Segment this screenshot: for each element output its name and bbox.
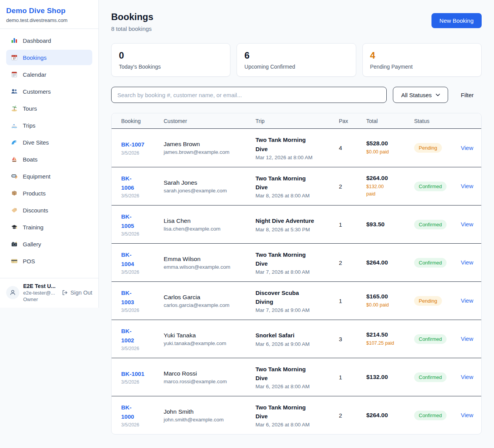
paid-amount: $107.25 paid xyxy=(366,340,414,347)
new-booking-button[interactable]: New Booking xyxy=(431,13,482,28)
view-link[interactable]: View xyxy=(461,374,473,380)
sidebar-item-equipment[interactable]: Equipment xyxy=(6,168,92,184)
stat-card-upcoming-confirmed: 6 Upcoming Confirmed xyxy=(237,43,356,77)
customer-name: John Smith xyxy=(164,408,255,415)
dashboard-icon xyxy=(11,37,18,44)
table-row: BK- 1000 3/5/2026 John Smith john.smith@… xyxy=(112,396,481,434)
sidebar-nav: Dashboard 17 Bookings Calendar Customers… xyxy=(0,29,98,278)
stat-value: 0 xyxy=(119,50,223,61)
view-link[interactable]: View xyxy=(461,412,473,418)
view-link[interactable]: View xyxy=(461,183,473,189)
trip-datetime: Mar 8, 2026 at 8:00 AM xyxy=(255,193,339,199)
booking-id-link[interactable]: BK- 1000 xyxy=(121,403,134,421)
sidebar-item-gallery[interactable]: Gallery xyxy=(6,236,92,252)
trip-name: Two Tank Morning Dive xyxy=(255,174,339,192)
view-link[interactable]: View xyxy=(461,297,473,304)
customer-name: Emma Wilson xyxy=(164,256,255,263)
trip-name: Two Tank Morning Dive xyxy=(255,135,339,153)
pax-count: 1 xyxy=(339,298,366,304)
table-row: BK- 1006 3/5/2026 Sarah Jones sarah.jone… xyxy=(112,167,481,205)
customer-email: james.brown@example.com xyxy=(164,149,255,155)
trip-datetime: Mar 12, 2026 at 8:00 AM xyxy=(255,155,339,160)
sidebar-item-dashboard[interactable]: Dashboard xyxy=(6,33,92,48)
customer-name: Lisa Chen xyxy=(164,217,255,224)
status-badge: Pending xyxy=(414,296,442,306)
booking-id-link[interactable]: BK-1001 xyxy=(121,369,144,378)
sidebar-item-trips[interactable]: Trips xyxy=(6,118,92,133)
brand-name: Demo Dive Shop xyxy=(6,7,92,15)
svg-text:17: 17 xyxy=(13,57,16,60)
pax-count: 2 xyxy=(339,183,366,190)
sidebar-item-tours[interactable]: Tours xyxy=(6,101,92,116)
sidebar-footer: E2E Test U... e2e-tester@... Owner Sign … xyxy=(0,278,98,308)
view-link[interactable]: View xyxy=(461,221,473,227)
boats-icon xyxy=(11,156,18,163)
stat-label: Upcoming Confirmed xyxy=(244,64,348,70)
pax-count: 2 xyxy=(339,259,366,266)
chevron-down-icon xyxy=(436,94,440,96)
booking-date: 3/5/2026 xyxy=(121,193,164,199)
gallery-icon xyxy=(11,241,18,248)
sidebar-item-boats[interactable]: Boats xyxy=(6,152,92,167)
stat-value: 4 xyxy=(370,50,474,61)
stat-label: Today's Bookings xyxy=(119,64,223,70)
sign-out-label: Sign Out xyxy=(71,290,92,296)
column-header-total: Total xyxy=(366,118,414,124)
view-link[interactable]: View xyxy=(461,145,473,151)
paid-amount: $0.00 paid xyxy=(366,301,414,309)
table-row: BK- 1002 3/5/2026 Yuki Tanaka yuki.tanak… xyxy=(112,320,481,358)
trip-datetime: Mar 7, 2026 at 8:00 AM xyxy=(255,269,339,275)
sidebar-item-training[interactable]: Training xyxy=(6,219,92,235)
sidebar-item-calendar[interactable]: Calendar xyxy=(6,67,92,82)
booking-id-link[interactable]: BK-1007 xyxy=(121,140,144,149)
sidebar-item-bookings[interactable]: 17 Bookings xyxy=(6,50,92,65)
filter-button[interactable]: Filter xyxy=(461,92,474,98)
sidebar-item-discounts[interactable]: Discounts xyxy=(6,202,92,218)
booking-id-link[interactable]: BK- 1003 xyxy=(121,288,134,307)
tours-icon xyxy=(11,105,18,112)
main-content: Bookings 8 total bookings New Booking 0 … xyxy=(99,0,494,447)
trip-datetime: Mar 6, 2026 at 9:00 AM xyxy=(255,341,339,347)
column-header-booking: Booking xyxy=(121,118,164,124)
column-header-trip: Trip xyxy=(255,118,339,124)
total-amount: $528.00 xyxy=(366,140,414,147)
booking-date: 3/5/2026 xyxy=(121,422,164,428)
status-filter-select[interactable]: All Statuses xyxy=(393,87,448,103)
brand-domain: demo.test.divestreams.com xyxy=(6,17,92,23)
trip-name: Snorkel Safari xyxy=(255,331,339,340)
trip-name: Two Tank Morning Dive xyxy=(255,250,339,268)
status-badge: Confirmed xyxy=(414,411,447,420)
view-link[interactable]: View xyxy=(461,259,473,266)
pax-count: 1 xyxy=(339,221,366,228)
customer-name: Marco Rossi xyxy=(164,370,255,377)
sidebar-item-customers[interactable]: Customers xyxy=(6,84,92,99)
page-header: Bookings 8 total bookings New Booking xyxy=(111,12,482,32)
view-link[interactable]: View xyxy=(461,335,473,342)
page-title: Bookings xyxy=(111,12,153,22)
total-amount: $214.50 xyxy=(366,331,414,338)
pax-count: 2 xyxy=(339,412,366,419)
bookings-table: Booking Customer Trip Pax Total Status B… xyxy=(111,113,482,435)
user-info: E2E Test U... e2e-tester@... Owner xyxy=(23,283,56,302)
sidebar-item-pos[interactable]: POS xyxy=(6,253,92,269)
sidebar-item-dive-sites[interactable]: Dive Sites xyxy=(6,135,92,150)
customer-name: Yuki Tanaka xyxy=(164,332,255,339)
booking-id-link[interactable]: BK- 1005 xyxy=(121,212,134,230)
booking-id-link[interactable]: BK- 1002 xyxy=(121,327,134,345)
trip-datetime: Mar 8, 2026 at 5:30 PM xyxy=(255,227,339,232)
column-header-customer: Customer xyxy=(164,118,255,124)
sidebar-item-products[interactable]: Products xyxy=(6,185,92,201)
pax-count: 4 xyxy=(339,145,366,151)
booking-date: 3/5/2026 xyxy=(121,269,164,275)
search-input[interactable] xyxy=(111,87,387,103)
sign-out-button[interactable]: Sign Out xyxy=(62,290,92,296)
booking-id-link[interactable]: BK- 1004 xyxy=(121,250,134,268)
customer-email: lisa.chen@example.com xyxy=(164,226,255,232)
trip-datetime: Mar 6, 2026 at 8:00 AM xyxy=(255,422,339,428)
pax-count: 1 xyxy=(339,374,366,381)
status-filter-value: All Statuses xyxy=(401,92,431,98)
customer-email: marco.rossi@example.com xyxy=(164,379,255,384)
total-amount: $93.50 xyxy=(366,221,414,228)
booking-id-link[interactable]: BK- 1006 xyxy=(121,174,134,192)
pax-count: 3 xyxy=(339,336,366,342)
